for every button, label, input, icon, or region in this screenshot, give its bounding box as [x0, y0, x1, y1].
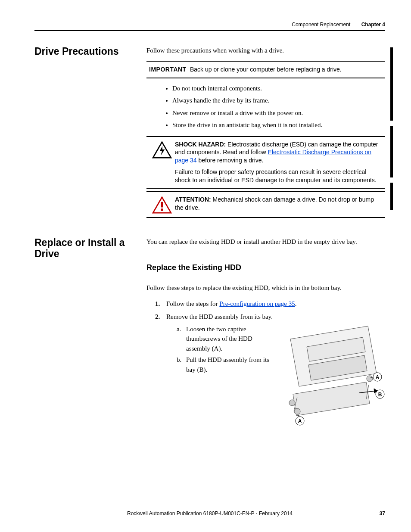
svg-point-12: [367, 376, 373, 382]
precaution-bullets: Do not touch internal components. Always…: [146, 84, 385, 130]
preconfig-link[interactable]: Pre-configuration on page 35: [219, 300, 295, 307]
page-number: 37: [368, 510, 385, 516]
section-replace-drive: Replace or Install a Drive You can repla…: [34, 237, 385, 443]
publication-text: Rockwell Automation Publication 6180P-UM…: [52, 510, 368, 516]
bullet-item: Do not touch internal components.: [172, 84, 385, 93]
svg-point-11: [294, 408, 300, 414]
substep-text: Loosen the two captive thumbscrews of th…: [186, 326, 252, 352]
shock-text-b: before removing a drive.: [197, 157, 264, 164]
shock-hazard-box: SHOCK HAZARD: Electrostatic discharge (E…: [146, 136, 385, 189]
intro-text: Follow these precautions when working wi…: [146, 46, 385, 56]
substep-text: Pull the HDD assembly from its bay (B).: [186, 356, 269, 373]
substep-item: a.Loosen the two captive thumbscrews of …: [177, 324, 272, 354]
page-footer: Rockwell Automation Publication 6180P-UM…: [34, 510, 385, 516]
svg-rect-4: [161, 208, 163, 211]
accent-bar: [390, 126, 393, 177]
shock-hazard-icon: [149, 140, 175, 159]
callout-A: A: [376, 374, 380, 380]
svg-point-13: [289, 400, 295, 406]
shock-para2: Failure to follow proper safety precauti…: [175, 168, 383, 184]
sub-intro: Follow these steps to replace the existi…: [146, 283, 385, 293]
important-label: IMPORTANT: [146, 65, 190, 74]
shock-hazard-label: SHOCK HAZARD:: [175, 141, 226, 148]
chapter-label: Chapter 4: [361, 22, 385, 28]
shock-hazard-text: SHOCK HAZARD: Electrostatic discharge (E…: [175, 140, 383, 184]
page-header: Component Replacement Chapter 4: [34, 22, 385, 31]
bullet-item: Never remove or install a drive with the…: [172, 108, 385, 118]
callout-B: B: [378, 392, 382, 398]
important-callout: IMPORTANT Back up or clone your computer…: [146, 61, 385, 78]
step1-text-b: .: [295, 300, 297, 307]
important-text: Back up or clone your computer before re…: [190, 65, 385, 74]
bullet-item: Always handle the drive by its frame.: [172, 96, 385, 106]
substep-item: b.Pull the HDD assembly from its bay (B)…: [177, 355, 272, 374]
bullet-item: Store the drive in an antistatic bag whe…: [172, 120, 385, 130]
subheading-replace-hdd: Replace the Existing HDD: [146, 262, 385, 274]
step-item: 2. Remove the HDD assembly from its bay.…: [155, 312, 385, 436]
accent-bar: [390, 47, 393, 121]
svg-marker-8: [293, 382, 370, 416]
steps-list: 1. Follow the steps for Pre-configuratio…: [146, 299, 385, 437]
attention-text: ATTENTION: Mechanical shock can damage a…: [175, 196, 383, 212]
section-title: Replace or Install a Drive: [34, 237, 146, 260]
attention-box: ATTENTION: Mechanical shock can damage a…: [146, 191, 385, 218]
callout-A-2: A: [298, 418, 302, 424]
section-title: Drive Precautions: [34, 46, 146, 57]
section-drive-precautions: Drive Precautions Follow these precautio…: [34, 46, 385, 221]
chapter-title: Component Replacement: [292, 22, 350, 28]
step2-text: Remove the HDD assembly from its bay.: [166, 313, 273, 320]
attention-label: ATTENTION:: [175, 196, 211, 203]
step-item: 1. Follow the steps for Pre-configuratio…: [155, 299, 385, 309]
svg-marker-1: [160, 146, 165, 155]
section2-intro: You can replace the existing HDD or inst…: [146, 237, 385, 247]
hdd-assembly-figure: A B A: [277, 322, 385, 434]
step1-text-a: Follow the steps for: [166, 300, 219, 307]
attention-icon: [149, 196, 175, 214]
substeps-list: a.Loosen the two captive thumbscrews of …: [166, 324, 272, 375]
accent-bar: [390, 183, 393, 210]
svg-rect-3: [161, 202, 163, 208]
